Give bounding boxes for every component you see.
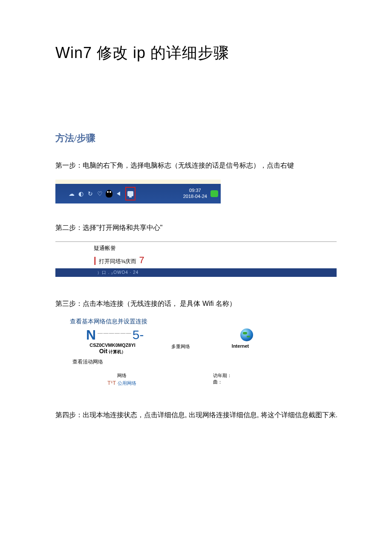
network-center-title: 查看基本网络信息并设置连接	[61, 318, 294, 325]
tray-icons: ☁ ◐ ↻ ♡	[68, 187, 135, 200]
system-clock: 09:37 2018-04-24	[183, 188, 210, 199]
active-network-row: 网络 T¹T公用网络 访年期： 曲：	[61, 372, 294, 386]
speaker-icon	[115, 190, 122, 197]
computer-icon: N	[86, 328, 96, 342]
qq-icon	[106, 190, 112, 198]
menu-item-troubleshoot[interactable]: 疑通帐誉	[55, 242, 337, 254]
multinet-label: 多重网络	[151, 343, 210, 355]
network-entry[interactable]: 网络 T¹T公用网络	[107, 372, 136, 386]
oit-sub: 计算机）	[109, 349, 126, 354]
menu-item-label: 打开同塔¾庆而	[99, 258, 137, 265]
t1t-label: T¹T	[107, 380, 116, 386]
diagram-labels: CSZ0CVMK0MQZ8YI Oit 计算机） 多重网络 Internet	[61, 343, 294, 355]
network-diagram: N — — — — — — 5-	[61, 328, 294, 342]
connection-line-1: — — — — — —	[96, 330, 133, 336]
red-marker-icon: |	[94, 256, 96, 264]
clock-date: 2018-04-24	[183, 194, 207, 199]
screenshot-context-menu: 疑通帐誉 | 打开同塔¾庆而 7 ）口 . ₂OWO4 · 24	[55, 241, 337, 277]
taskbar: ☁ ◐ ↻ ♡ 09:37 2018-04-24	[55, 184, 221, 203]
globe-icon	[240, 328, 253, 341]
qu-label: 曲：	[213, 379, 232, 385]
sync-icon: ◐	[78, 190, 84, 197]
step-2-text: 第二步：选择"打开网络和共享中心"	[55, 222, 341, 233]
step-1-text: 第一步：电脑的右下角，选择电脑标志（无线连接的话是信号标志），点击右键	[55, 160, 341, 171]
red-marker-end: 7	[139, 255, 144, 266]
router-icon: 5-	[133, 328, 144, 341]
computer-label: CSZ0CVMK0MQZ8YI Oit 计算机）	[74, 343, 151, 355]
visit-period-label: 访年期：	[213, 372, 232, 379]
oit-label: Oit	[99, 348, 107, 355]
clock-time: 09:37	[183, 188, 207, 193]
active-networks-title: 查看活动网络	[61, 358, 294, 366]
refresh-icon: ↻	[87, 190, 94, 197]
network-icon	[127, 191, 133, 196]
wechat-icon	[210, 190, 218, 197]
public-network-label: 公用网络	[118, 381, 136, 386]
screenshot-taskbar: ☁ ◐ ↻ ♡ 09:37 2018-04-24	[55, 180, 221, 203]
step-3-text: 第三步：点击本地连接（无线连接的话， 是具体 Wifi 名称）	[55, 298, 341, 309]
computer-id: CSZ0CVMK0MQZ8YI	[74, 343, 151, 348]
menu-item-open-network-center[interactable]: | 打开同塔¾庆而 7	[55, 254, 337, 268]
menu-bluebar: ）口 . ₂OWO4 · 24	[55, 268, 337, 277]
internet-label: Internet	[210, 343, 270, 355]
shield-icon: ♡	[96, 190, 103, 197]
network-details: 访年期： 曲：	[213, 372, 232, 386]
page-title: Win7 修改 ip 的详细步骤	[55, 43, 341, 64]
section-heading: 方法/步骤	[55, 132, 341, 145]
network-name: 网络	[107, 372, 136, 379]
screenshot-network-center: 查看基本网络信息并设置连接 N — — — — — — 5- CSZ0CVMK0…	[55, 318, 294, 386]
network-icon-highlight[interactable]	[125, 187, 135, 200]
cloud-icon: ☁	[68, 190, 75, 197]
step-4-text: 第四步：出现本地连接状态，点击详细信息, 出现网络连接详细信息, 将这个详细信息…	[55, 410, 341, 421]
